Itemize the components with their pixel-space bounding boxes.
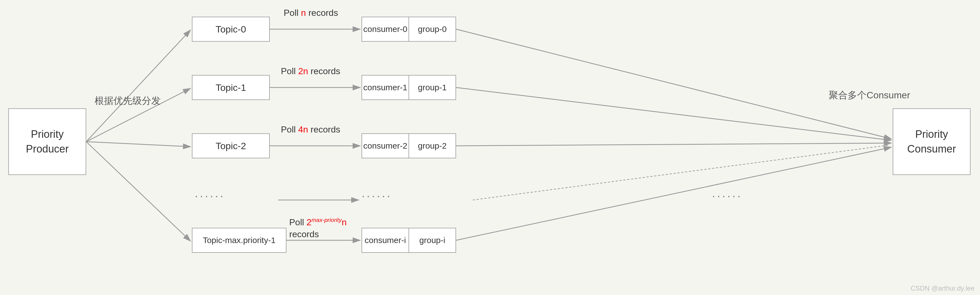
svg-line-11 <box>456 87 891 140</box>
consumer-1-box: consumer-1 group-1 <box>361 75 456 100</box>
consumer-i-box: consumer-i group-i <box>361 228 456 253</box>
topic-2-box: Topic-2 <box>192 133 270 158</box>
aggregate-label: 聚合多个Consumer <box>829 89 910 102</box>
poll-0-label: Poll n records <box>284 8 338 18</box>
svg-line-13 <box>456 147 891 240</box>
priority-producer-label: PriorityProducer <box>26 127 69 156</box>
diagram: PriorityProducer 根据优先级分发 Topic-0 Topic-1… <box>0 0 980 295</box>
topic-1-box: Topic-1 <box>192 75 270 100</box>
consumer-2-box: consumer-2 group-2 <box>361 133 456 158</box>
priority-consumer-label: PriorityConsumer <box>907 127 956 156</box>
priority-consumer-box: PriorityConsumer <box>892 108 970 175</box>
distribute-label: 根据优先级分发 <box>95 94 161 107</box>
svg-line-12 <box>456 143 891 146</box>
consumer-0-box: consumer-0 group-0 <box>361 17 456 42</box>
svg-line-14 <box>473 145 890 200</box>
svg-line-3 <box>86 142 191 147</box>
right-dots: ...... <box>712 186 742 200</box>
watermark: CSDN @arthur.dy.lee <box>911 284 974 292</box>
priority-producer-box: PriorityProducer <box>8 108 86 175</box>
topic-0-box: Topic-0 <box>192 17 270 42</box>
svg-line-10 <box>456 29 891 139</box>
poll-max-label: Poll 2max-prioritynrecords <box>289 216 347 240</box>
arrows-svg <box>0 0 980 295</box>
topic-dots: ...... <box>195 186 225 200</box>
consumer-dots: ...... <box>361 186 392 200</box>
poll-2-label: Poll 4n records <box>281 124 340 135</box>
poll-1-label: Poll 2n records <box>281 66 340 76</box>
svg-line-4 <box>86 142 191 241</box>
topic-max-box: Topic-max.priority-1 <box>192 228 286 253</box>
svg-line-1 <box>86 30 191 142</box>
